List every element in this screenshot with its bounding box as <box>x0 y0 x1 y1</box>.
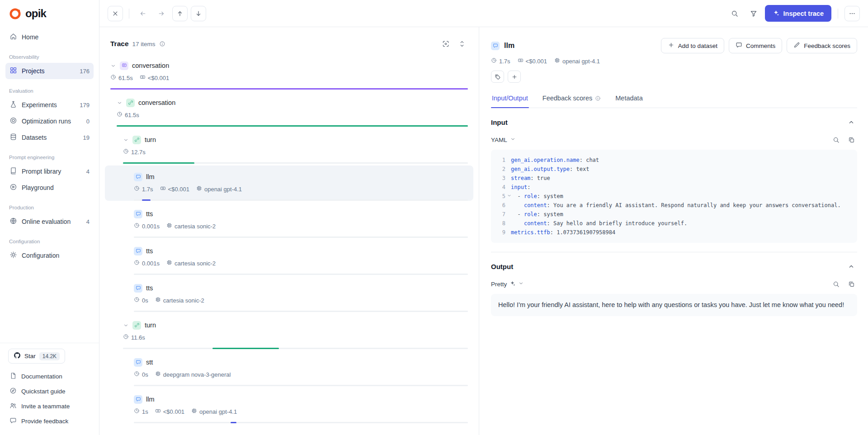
expand-collapse-all-button[interactable] <box>456 38 468 50</box>
sidebar-item-playground[interactable]: Playground <box>5 180 94 196</box>
star-count-badge: 14.2K <box>39 352 60 360</box>
chevron-down-icon <box>117 100 123 106</box>
sidebar-item-optimization-runs[interactable]: Optimization runs0 <box>5 113 94 129</box>
sidebar-footer-documentation[interactable]: Documentation <box>5 369 94 384</box>
input-copy-button[interactable] <box>845 134 857 146</box>
tab-feedback-scores[interactable]: Feedback scores <box>542 90 602 108</box>
detail-meta: 1.7s<$0.001openai gpt-4.1 <box>491 57 857 65</box>
users-icon <box>9 402 17 411</box>
span-name: conversation <box>138 99 175 106</box>
sidebar-item-prompt-library[interactable]: Prompt library4 <box>5 163 94 180</box>
trace-span-turn[interactable]: turn12.7s <box>105 128 473 164</box>
metric-text: 61.5s <box>118 75 133 81</box>
tab-label: Metadata <box>615 95 642 102</box>
trace-span-tts[interactable]: tts0.001scartesia sonic-2 <box>105 203 473 238</box>
sidebar-item-count: 19 <box>83 134 90 141</box>
span-timeline <box>117 125 468 127</box>
line-content: - role: system <box>511 210 563 219</box>
collapse-line-icon[interactable] <box>507 193 512 198</box>
close-trace-button[interactable] <box>108 6 123 21</box>
trace-span-llm[interactable]: llm1.7s<$0.001openai gpt-4.1 <box>105 165 473 201</box>
trace-span-turn[interactable]: turn11.6s <box>105 314 473 349</box>
trace-span-tts[interactable]: tts0scartesia sonic-2 <box>105 277 473 312</box>
output-search-button[interactable] <box>830 278 842 290</box>
trace-span-conversation[interactable]: conversation61.5s<$0.001 <box>105 54 473 90</box>
next-trace-button[interactable] <box>154 6 169 21</box>
sidebar-footer-invite-a-teammate[interactable]: Invite a teammate <box>5 399 94 414</box>
collapse-input-button[interactable] <box>845 116 857 128</box>
sidebar-item-datasets[interactable]: Datasets19 <box>5 129 94 146</box>
sparkle-icon <box>773 9 779 18</box>
output-copy-button[interactable] <box>845 278 857 290</box>
span-meta: 0scartesia sonic-2 <box>134 296 468 304</box>
trace-info-icon[interactable] <box>159 41 165 47</box>
metric-clock: 1s <box>134 408 148 415</box>
prev-trace-button[interactable] <box>135 6 151 21</box>
github-star-button[interactable]: Star 14.2K <box>8 349 65 364</box>
chevron-down-icon <box>518 280 524 288</box>
line-number: 8 <box>497 219 511 228</box>
gear-icon <box>9 251 17 260</box>
chip-icon <box>166 260 172 267</box>
search-button[interactable] <box>727 6 742 21</box>
sidebar-item-configuration[interactable]: Configuration <box>5 247 94 264</box>
sidebar-footer-quickstart-guide[interactable]: Quickstart guide <box>5 384 94 399</box>
trace-span-stt[interactable]: stt0sdeepgram nova-3-general <box>105 351 473 386</box>
output-format-row: Pretty <box>491 278 857 290</box>
collapse-output-button[interactable] <box>845 260 857 272</box>
filter-button[interactable] <box>746 6 761 21</box>
trace-span-tts[interactable]: tts0.001scartesia sonic-2 <box>105 240 473 275</box>
opik-logo[interactable]: opik <box>0 0 99 27</box>
sidebar: opik HomeObservabilityProjects176Evaluat… <box>0 0 99 435</box>
tab-metadata[interactable]: Metadata <box>614 90 643 108</box>
output-section-title: Output <box>491 263 513 270</box>
inspect-trace-button[interactable]: Inspect trace <box>765 5 831 22</box>
output-format-select[interactable]: Pretty <box>491 280 524 288</box>
trace-tree-panel: Trace 17 items conversation61.5s<$0.001c… <box>99 27 479 435</box>
metric-chip: cartesia sonic-2 <box>166 260 216 267</box>
sidebar-item-projects[interactable]: Projects176 <box>5 63 94 79</box>
trace-span-llm[interactable]: llm1s<$0.001openai gpt-4.1 <box>105 388 473 423</box>
doc-icon <box>9 372 17 381</box>
github-icon <box>14 352 21 360</box>
trace-header: Trace 17 items <box>110 38 468 50</box>
topbar-right: Inspect trace <box>727 5 860 22</box>
sidebar-bottom: Star 14.2K DocumentationQuickstart guide… <box>0 343 99 435</box>
metric-chip: openai gpt-4.1 <box>196 185 242 193</box>
chat-icon <box>134 395 142 404</box>
comments-button[interactable]: Comments <box>729 38 782 53</box>
yaml-value <box>511 202 524 208</box>
focus-selected-span-button[interactable] <box>440 38 452 50</box>
tags-button[interactable] <box>491 71 504 83</box>
sidebar-item-online-evaluation[interactable]: Online evaluation4 <box>5 213 94 230</box>
feedback-scores-button[interactable]: Feedback scores <box>787 38 857 53</box>
timeline-bar <box>110 88 468 90</box>
input-search-button[interactable] <box>830 134 842 146</box>
inspect-trace-label: Inspect trace <box>783 10 824 17</box>
add-tag-button[interactable] <box>508 71 521 83</box>
sidebar-item-experiments[interactable]: Experiments179 <box>5 97 94 113</box>
output-section: Output Pretty Hell <box>491 252 857 316</box>
flask-icon <box>9 100 17 109</box>
line-number: 7 <box>497 210 511 219</box>
span-meta: 0.001scartesia sonic-2 <box>134 222 468 230</box>
metric-money: <$0.001 <box>155 408 184 415</box>
clock-icon <box>491 57 497 65</box>
down-span-button[interactable] <box>191 6 206 21</box>
sidebar-item-home[interactable]: Home <box>5 29 94 45</box>
yaml-key: gen_ai.output.type <box>511 166 570 172</box>
line-content: metrics.ttfb: 1.0737361907958984 <box>511 228 615 237</box>
input-section: Input YAML 1gen_ai.operation.name <box>491 108 857 243</box>
tab-input-output[interactable]: Input/Output <box>491 90 529 108</box>
more-actions-button[interactable] <box>844 6 860 21</box>
add-to-dataset-button[interactable]: Add to dataset <box>661 38 724 53</box>
trace-span-conversation[interactable]: conversation61.5s <box>105 91 473 127</box>
star-label: Star <box>24 353 36 359</box>
metric-clock: 12.7s <box>123 148 146 156</box>
sidebar-footer-provide-feedback[interactable]: Provide feedback <box>5 414 94 429</box>
sidebar-item-label: Playground <box>22 184 54 191</box>
metric-text: 0.001s <box>142 223 160 230</box>
up-span-button[interactable] <box>172 6 188 21</box>
input-format-select[interactable]: YAML <box>491 136 516 143</box>
yaml-value: : Say hello and briefly introduce yourse… <box>547 220 687 227</box>
